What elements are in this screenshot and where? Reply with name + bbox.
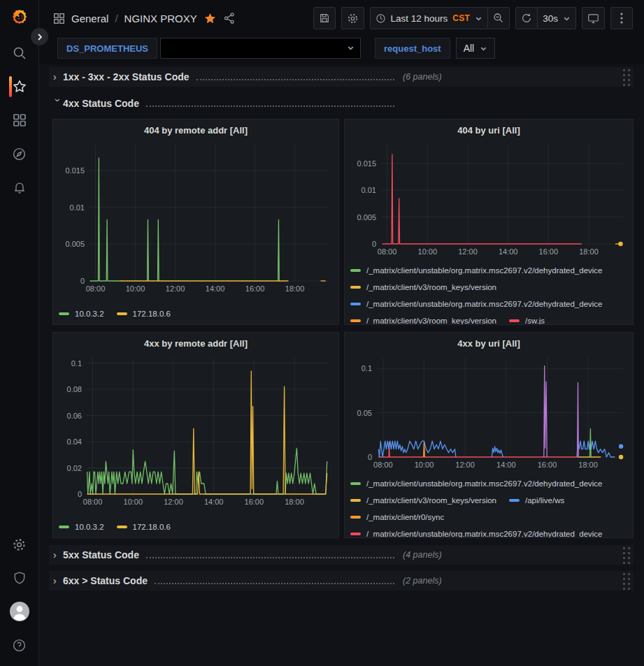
- legend-item[interactable]: /_matrix/client/r0/sync: [350, 511, 444, 523]
- datasource-variable-select[interactable]: [160, 38, 361, 59]
- svg-text:14:00: 14:00: [204, 498, 224, 506]
- refresh-interval-picker[interactable]: 30s: [537, 7, 576, 29]
- legend-label: /sw.js: [525, 317, 545, 325]
- row-4xx[interactable]: › 4xx Status Code: [49, 95, 634, 112]
- sidebar-item-server-admin[interactable]: [0, 561, 39, 595]
- legend-item[interactable]: 10.0.3.2: [59, 521, 104, 533]
- legend-label: 172.18.0.6: [133, 523, 171, 531]
- svg-text:0.01: 0.01: [362, 186, 376, 194]
- sidebar-item-configuration[interactable]: [0, 528, 39, 561]
- legend-item[interactable]: 172.18.0.6: [117, 307, 171, 319]
- avatar: [9, 601, 30, 622]
- svg-text:10:00: 10:00: [126, 284, 145, 293]
- time-controls-group: Last 12 hours CST: [370, 7, 510, 29]
- sidebar-item-explore[interactable]: [0, 137, 39, 171]
- active-indicator: [9, 76, 12, 97]
- legend-label: /_matrix/client/v3/room_keys/version: [366, 283, 496, 291]
- row-drag-handle[interactable]: [622, 68, 631, 86]
- legend-label: 10.0.3.2: [75, 310, 104, 318]
- save-dashboard-button[interactable]: [313, 7, 336, 29]
- row-drag-handle[interactable]: [622, 572, 631, 590]
- svg-text:10:00: 10:00: [415, 461, 434, 469]
- sidebar-item-help[interactable]: [0, 628, 39, 662]
- timeseries-chart[interactable]: 08:0010:0012:0014:0016:0018:0000.020.040…: [59, 352, 333, 511]
- breadcrumb-section[interactable]: General: [71, 13, 108, 24]
- legend-item[interactable]: /api/live/ws: [509, 494, 564, 506]
- panel-title[interactable]: 404 by uri [All]: [350, 124, 627, 139]
- panel-title[interactable]: 4xx by uri [All]: [350, 337, 627, 352]
- legend-item[interactable]: /_matrix/client/unstable/org.matrix.msc2…: [350, 264, 603, 276]
- legend-item[interactable]: 10.0.3.2: [59, 307, 104, 319]
- kebab-menu-icon: [620, 13, 623, 24]
- chevron-down-icon: ›: [52, 99, 64, 108]
- request-host-variable-select[interactable]: All: [456, 38, 496, 59]
- svg-text:18:00: 18:00: [578, 461, 598, 469]
- svg-text:0.1: 0.1: [71, 359, 82, 368]
- svg-text:18:00: 18:00: [285, 284, 305, 293]
- legend-swatch: [117, 312, 127, 315]
- sidebar-expand-button[interactable]: [31, 28, 48, 45]
- favorite-star-icon[interactable]: [203, 12, 217, 25]
- tv-mode-button[interactable]: [582, 7, 605, 29]
- sidebar: [0, 0, 39, 666]
- panel-title[interactable]: 4xx by remote addr [All]: [59, 337, 333, 352]
- legend-item[interactable]: /_matrix/client/unstable/org.matrix.msc2…: [350, 528, 603, 537]
- legend-item[interactable]: /_matrix/client/unstable/org.matrix.msc2…: [350, 477, 603, 489]
- legend-item[interactable]: /sw.js: [509, 314, 545, 324]
- svg-text:18:00: 18:00: [579, 247, 599, 256]
- zoom-out-time-button[interactable]: [487, 7, 510, 29]
- timeseries-chart[interactable]: 08:0010:0012:0014:0016:0018:0000.0050.01…: [59, 139, 333, 298]
- legend-label: /_matrix/client/v3/room_keys/version: [366, 317, 496, 325]
- row-left: › 4xx Status Code: [53, 98, 397, 109]
- svg-text:14:00: 14:00: [496, 461, 516, 469]
- panel-title[interactable]: 404 by remote addr [All]: [59, 124, 333, 139]
- share-icon[interactable]: [223, 12, 236, 24]
- svg-text:08:00: 08:00: [378, 247, 397, 256]
- more-options-button[interactable]: [610, 7, 633, 29]
- legend-label: /_matrix/client/unstable/org.matrix.msc2…: [366, 479, 603, 488]
- svg-text:12:00: 12:00: [455, 461, 475, 469]
- sidebar-item-starred[interactable]: [0, 70, 39, 103]
- gear-icon: [12, 537, 27, 552]
- svg-text:12:00: 12:00: [164, 498, 183, 506]
- row-6xx[interactable]: › 6xx > Status Code (2 panels): [49, 571, 634, 591]
- breadcrumb-separator: /: [115, 13, 117, 24]
- panel-4xx-by-uri: 4xx by uri [All] 08:0010:0012:0014:0016:…: [344, 332, 634, 538]
- gear-icon: [347, 13, 359, 24]
- request-host-variable-label[interactable]: request_host: [375, 38, 450, 59]
- legend-swatch: [350, 303, 361, 305]
- refresh-button[interactable]: [515, 7, 538, 29]
- refresh-controls-group: 30s: [515, 7, 576, 29]
- row-left: › 6xx > Status Code: [53, 575, 397, 586]
- drag-grip-icon: [622, 546, 631, 564]
- legend-item[interactable]: /_matrix/client/v3/room_keys/version: [350, 494, 496, 506]
- legend-swatch: [117, 526, 127, 528]
- compass-icon: [12, 147, 27, 161]
- legend-item[interactable]: 172.18.0.6: [117, 521, 171, 533]
- row-5xx[interactable]: › 5xx Status Code (4 panels): [49, 545, 634, 565]
- sidebar-item-alerting[interactable]: [0, 171, 39, 204]
- row-drag-handle[interactable]: [622, 546, 631, 564]
- legend-swatch: [509, 319, 520, 322]
- dashboard-settings-button[interactable]: [341, 7, 364, 29]
- chart-legend: 10.0.3.2172.18.0.6: [59, 521, 333, 537]
- row-1xx-3xx-2xx[interactable]: › 1xx - 3xx - 2xx Status Code (6 panels): [49, 67, 634, 87]
- sidebar-item-profile[interactable]: [0, 595, 39, 628]
- datasource-variable-label[interactable]: DS_PROMETHEUS: [57, 38, 157, 59]
- shield-icon: [13, 571, 27, 585]
- timeseries-chart[interactable]: 08:0010:0012:0014:0016:0018:0000.050.1: [350, 352, 627, 474]
- legend-item[interactable]: /_matrix/client/v3/room_keys/version: [350, 314, 496, 324]
- svg-text:0: 0: [372, 240, 376, 248]
- help-icon: [12, 638, 27, 653]
- svg-text:08:00: 08:00: [83, 498, 103, 506]
- time-range-picker[interactable]: Last 12 hours CST: [370, 7, 489, 29]
- row-title: 1xx - 3xx - 2xx Status Code: [63, 71, 189, 82]
- timeseries-chart[interactable]: 08:0010:0012:0014:0016:0018:0000.0050.01…: [350, 139, 627, 261]
- legend-item[interactable]: /_matrix/client/unstable/org.matrix.msc2…: [350, 298, 603, 310]
- row-dotted-leader: [155, 583, 394, 584]
- svg-text:0.015: 0.015: [65, 166, 85, 175]
- apps-icon: [53, 13, 65, 24]
- chevron-down-icon: [480, 45, 487, 52]
- sidebar-item-dashboards[interactable]: [0, 103, 39, 137]
- legend-item[interactable]: /_matrix/client/v3/room_keys/version: [350, 281, 496, 293]
